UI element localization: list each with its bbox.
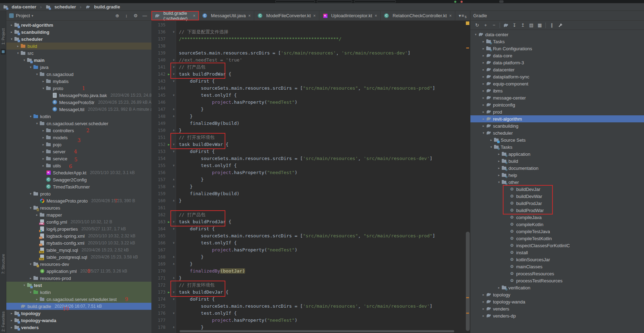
project-tree-row[interactable]: log4j.properties2020/5/27 11:37, 1.7 kB (6, 225, 151, 232)
fold-marker-icon[interactable]: ∧ (171, 113, 176, 120)
fold-marker-icon[interactable]: ∧ (171, 275, 176, 282)
expand-chevron-icon[interactable]: ▾ (28, 115, 33, 118)
expand-chevron-icon[interactable]: ▸ (481, 307, 486, 310)
gradle-tree-row[interactable]: ▾⚙Tasks (470, 143, 644, 151)
sync-icon[interactable]: ↻ (473, 22, 481, 29)
expand-chevron-icon[interactable]: ▸ (489, 138, 494, 142)
expand-chevron-icon[interactable]: ▸ (481, 47, 486, 50)
project-tree-row[interactable]: <>logback-spring.xml2020/1/10 10:32, 2.3… (6, 232, 151, 239)
expand-chevron-icon[interactable]: ▾ (496, 180, 501, 184)
expand-chevron-icon[interactable]: ▾ (473, 33, 478, 36)
expand-chevron-icon[interactable]: ▸ (28, 276, 33, 280)
fold-marker-icon[interactable]: ∧ (171, 261, 176, 268)
gradle-tree-row[interactable]: ⚙compileTestKotlin (470, 235, 644, 242)
project-tree-row[interactable]: ▾test (6, 282, 151, 289)
run-task-icon[interactable]: ▶ (166, 218, 171, 225)
project-tree-row[interactable]: <>mybatis-config.xml2020/1/10 10:32, 3.2… (6, 239, 151, 246)
collapse-all-icon[interactable]: ↥ (519, 22, 527, 29)
editor-tab[interactable]: CModelFileConverter.kt× (254, 11, 319, 20)
fold-marker-icon[interactable]: ∨ (171, 64, 176, 71)
project-tree-row[interactable]: MessageProto.java.bak2020/4/26 15:23, 24… (6, 92, 151, 99)
fold-marker-icon[interactable]: ∨ (171, 310, 176, 317)
gradle-tree-row[interactable]: ▸prod (470, 108, 644, 115)
expand-chevron-icon[interactable]: ▸ (481, 300, 486, 303)
code-line[interactable]: 170 finalizedBy(bootJar) (151, 268, 470, 275)
code-line[interactable]: 141∨// 打产品包 (151, 64, 470, 71)
tool-window-button[interactable]: 2: Favorites (1, 312, 5, 332)
editor-tab[interactable]: CRelationCheckController.kt× (381, 11, 455, 20)
project-tree-row[interactable]: ▸mybatis (6, 78, 151, 85)
remove-icon[interactable]: − (490, 22, 498, 29)
expand-chevron-icon[interactable]: ▸ (481, 89, 486, 92)
expand-chevron-icon[interactable]: ▾ (22, 58, 27, 62)
horizontal-scrollbar[interactable] (180, 330, 454, 332)
code-line[interactable]: 159 finalizedBy(build) (151, 190, 470, 197)
expand-chevron-icon[interactable]: ▸ (35, 213, 39, 217)
fold-marker-icon[interactable]: ∨ (171, 78, 176, 85)
fold-marker-icon[interactable]: ∧ (171, 197, 176, 204)
gradle-tree-row[interactable]: ▸pointconfig (470, 101, 644, 108)
fold-marker-icon[interactable]: ∨ (171, 162, 176, 169)
code-line[interactable]: 166∨ test.onlyIf { (151, 239, 470, 246)
gradle-tree-row[interactable]: ⚙compileJava (470, 214, 644, 221)
expand-chevron-icon[interactable]: ▸ (41, 157, 46, 160)
code-line[interactable]: 143∨ doFirst { (151, 78, 470, 85)
wrench-icon[interactable] (556, 22, 564, 29)
run-task-icon[interactable]: ▶ (166, 141, 171, 148)
fold-marker-icon[interactable]: ∨ (171, 289, 176, 296)
gradle-tree-row[interactable]: ⚙buildProdWar (470, 207, 644, 214)
gradle-tree-row[interactable]: ▸datacenter (470, 66, 644, 73)
hidden-tabs-dropdown[interactable]: ▾≡5 (455, 11, 470, 20)
code-line[interactable]: 146 project.hasProperty("needTest") (151, 99, 470, 106)
gradle-tree-row[interactable]: ⚙kotlinSourcesJar (470, 256, 644, 263)
project-tree-row[interactable]: CSwagger2Config (6, 176, 151, 183)
expand-chevron-icon[interactable]: ▸ (41, 164, 46, 167)
gradle-tree-row[interactable]: ⚙processTestResources (470, 277, 644, 284)
expand-chevron-icon[interactable]: ▾ (28, 290, 33, 294)
project-tree-row[interactable]: ▸topology-wanda (6, 317, 151, 324)
gradle-elephant-icon[interactable] (502, 22, 510, 29)
gradle-tree-row[interactable]: ⚙buildDevJar (470, 186, 644, 193)
expand-chevron-icon[interactable]: ▸ (9, 23, 14, 27)
expand-chevron-icon[interactable]: ▸ (481, 124, 486, 128)
code-line[interactable]: 151// 打开发环境包 (151, 134, 470, 141)
code-line[interactable]: 149 finalizedBy(build) (151, 120, 470, 127)
breadcrumb-item[interactable]: build.gradle (94, 4, 120, 9)
project-tree-row[interactable]: ▸build (6, 43, 151, 50)
gradle-tree-row[interactable]: ⚙buildProdJar (470, 200, 644, 207)
gradle-tree-row[interactable]: ⚙compileTestJava (470, 228, 644, 235)
chevron-down-icon[interactable]: ▾ (31, 14, 33, 18)
hide-panel-icon[interactable]: — (141, 12, 149, 19)
code-line[interactable]: 147∧ } (151, 106, 470, 113)
fold-marker-icon[interactable]: ∨ (171, 71, 176, 78)
expand-chevron-icon[interactable]: ▸ (9, 326, 14, 329)
expand-chevron-icon[interactable]: ▾ (28, 262, 33, 266)
code-line[interactable]: 142▶∨task buildProdWar { (151, 71, 470, 78)
vertical-scrollbar[interactable] (466, 232, 470, 331)
expand-chevron-icon[interactable]: ▸ (41, 129, 46, 132)
expand-chevron-icon[interactable]: ▾ (481, 131, 486, 135)
expand-chevron-icon[interactable]: ▾ (35, 122, 39, 125)
split-icon[interactable]: ∥ (548, 22, 556, 29)
project-tool-button[interactable] (1, 49, 6, 55)
close-tab-icon[interactable]: × (375, 13, 377, 18)
expand-chevron-icon[interactable]: ▸ (481, 103, 486, 107)
fold-marker-icon[interactable]: ∨ (171, 57, 176, 64)
gradle-tree-row[interactable]: ⚙processResources (470, 270, 644, 277)
fold-marker-icon[interactable]: ∧ (171, 127, 176, 134)
code-line[interactable]: 157∧ } (151, 176, 470, 183)
editor-tab[interactable]: CMessageUtil.java× (199, 11, 254, 20)
gradle-tree-row[interactable]: ▸Source Sets (470, 136, 644, 143)
gradle-tree-row[interactable]: ▸data-core (470, 52, 644, 59)
code-line[interactable]: 156 project.hasProperty("needTest") (151, 169, 470, 176)
code-line[interactable]: 177 project.hasProperty("needTest") (151, 317, 470, 324)
expand-chevron-icon[interactable]: ▸ (481, 117, 486, 121)
expand-chevron-icon[interactable]: ▸ (496, 173, 501, 177)
code-line[interactable]: 139sourceSets.main.resources.srcDirs = [… (151, 50, 470, 57)
expand-chevron-icon[interactable]: ▸ (481, 75, 486, 78)
expand-chevron-icon[interactable]: ▸ (496, 286, 501, 289)
close-tab-icon[interactable]: × (193, 13, 195, 18)
code-line[interactable]: 136∨// 下面是配置文件选择 (151, 28, 470, 36)
project-tree-row[interactable]: KSchedulerApp.kt2020/1/10 10:32, 3.1 kB (6, 169, 151, 176)
expand-chevron-icon[interactable]: ▸ (481, 314, 486, 318)
